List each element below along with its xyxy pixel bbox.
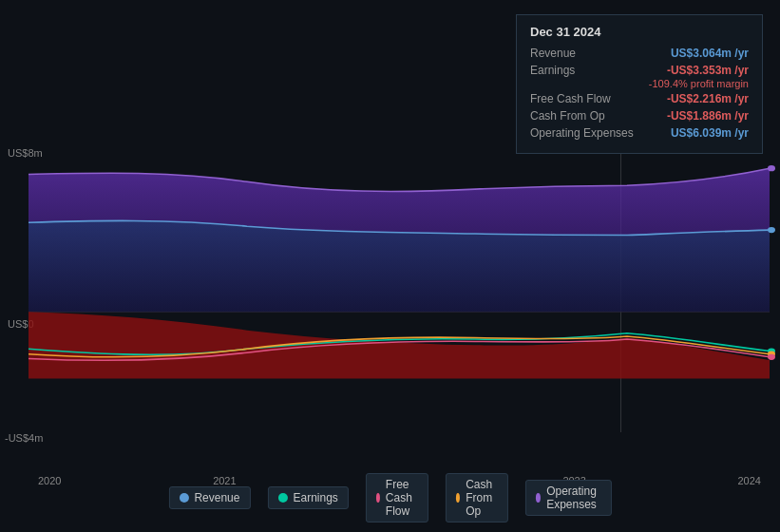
legend-opexpenses[interactable]: Operating Expenses: [525, 480, 612, 516]
svg-point-5: [768, 354, 775, 360]
legend-cashfromop[interactable]: Cash From Op: [446, 473, 508, 522]
legend-cashfromop-dot: [456, 493, 460, 503]
tooltip-cashfromop-label: Cash From Op: [530, 109, 605, 123]
legend-fcf-dot: [376, 493, 380, 503]
tooltip-opex-row: Operating Expenses US$6.039m /yr: [530, 126, 749, 140]
tooltip-panel: Dec 31 2024 Revenue US$3.064m /yr Earnin…: [516, 14, 763, 154]
svg-point-2: [768, 227, 775, 233]
chart-svg: [0, 152, 780, 442]
chart-legend: Revenue Earnings Free Cash Flow Cash Fro…: [168, 473, 611, 522]
tooltip-date: Dec 31 2024: [530, 25, 749, 39]
legend-freecashflow[interactable]: Free Cash Flow: [366, 473, 428, 522]
tooltip-profit-margin: -109.4% profit margin: [530, 78, 749, 89]
tooltip-earnings-row: Earnings -US$3.353m /yr: [530, 64, 749, 77]
x-label-2020: 2020: [38, 475, 61, 486]
legend-revenue[interactable]: Revenue: [168, 486, 250, 509]
tooltip-revenue-row: Revenue US$3.064m /yr: [530, 47, 749, 60]
legend-revenue-dot: [179, 493, 188, 503]
legend-opex-label: Operating Expenses: [546, 484, 600, 511]
tooltip-fcf-value: -US$2.216m /yr: [667, 92, 749, 105]
tooltip-revenue-label: Revenue: [530, 47, 576, 60]
legend-earnings-label: Earnings: [293, 491, 337, 504]
tooltip-cashfromop-row: Cash From Op -US$1.886m /yr: [530, 109, 749, 123]
legend-revenue-label: Revenue: [194, 491, 239, 504]
tooltip-cashfromop-value: -US$1.886m /yr: [667, 109, 749, 123]
tooltip-revenue-value: US$3.064m /yr: [671, 47, 749, 60]
legend-earnings-dot: [277, 493, 287, 503]
svg-point-1: [768, 165, 775, 171]
tooltip-fcf-row: Free Cash Flow -US$2.216m /yr: [530, 92, 749, 105]
legend-fcf-label: Free Cash Flow: [386, 478, 418, 518]
x-label-2024: 2024: [738, 475, 761, 486]
legend-opex-dot: [536, 493, 541, 503]
tooltip-earnings-label: Earnings: [530, 64, 575, 77]
legend-cashfromop-label: Cash From Op: [466, 478, 498, 518]
legend-earnings[interactable]: Earnings: [267, 486, 348, 509]
tooltip-fcf-label: Free Cash Flow: [530, 92, 611, 105]
tooltip-opex-value: US$6.039m /yr: [671, 126, 749, 140]
tooltip-opex-label: Operating Expenses: [530, 126, 634, 140]
tooltip-earnings-value: -US$3.353m /yr: [667, 64, 749, 77]
